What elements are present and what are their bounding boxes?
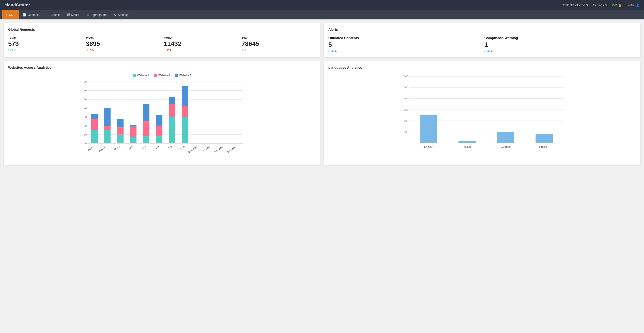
top-bar-right: ContentlessDemo ✎ Settings ✎ IAM 🔒 Profi… bbox=[562, 4, 640, 7]
legend-website2: Website 2 bbox=[154, 74, 170, 77]
compliance-details-link[interactable]: Details... bbox=[484, 50, 496, 53]
svg-rect-27 bbox=[130, 125, 136, 127]
svg-text:May: May bbox=[142, 145, 147, 150]
project-link[interactable]: ContentlessDemo ✎ bbox=[562, 4, 589, 7]
outdated-contents-value: 5 bbox=[328, 41, 480, 48]
svg-text:February: February bbox=[98, 145, 108, 152]
settings-icon: ✎ bbox=[605, 4, 608, 7]
svg-rect-30 bbox=[143, 104, 150, 121]
metrics-grid: Today 573 12% ↑ Week 3895 -0.7% ↓ Month … bbox=[8, 36, 316, 52]
svg-rect-69 bbox=[497, 132, 514, 143]
svg-rect-34 bbox=[169, 117, 175, 144]
svg-rect-24 bbox=[117, 119, 124, 128]
svg-rect-18 bbox=[91, 114, 98, 118]
nav-item-settings[interactable]: ⚙ Settings bbox=[110, 10, 132, 20]
top-bar: cloudCrafter ContentlessDemo ✎ Settings … bbox=[0, 0, 644, 10]
arrow-down-month-icon: -8.2% ↓ bbox=[164, 48, 174, 52]
iam-link[interactable]: IAM 🔒 bbox=[612, 4, 622, 7]
svg-rect-67 bbox=[420, 115, 438, 143]
svg-text:April: April bbox=[128, 145, 134, 150]
svg-text:December: December bbox=[227, 145, 237, 154]
alert-compliance: Compliance Warning 1 Details... bbox=[484, 36, 636, 53]
nav-settings-icon: ⚙ bbox=[114, 13, 116, 16]
legend-color-website3 bbox=[175, 74, 178, 77]
languages-bar-chart: 0100200300400500600EnglishItalianGermanR… bbox=[328, 74, 636, 155]
lock-icon: 🔒 bbox=[618, 4, 622, 7]
nav-item-casino[interactable]: ⊞ Casino bbox=[43, 10, 63, 20]
nav-label-settings: Settings bbox=[118, 13, 128, 16]
compliance-warning-value: 1 bbox=[484, 41, 636, 48]
edit-icon: ✎ bbox=[586, 4, 589, 7]
svg-rect-32 bbox=[156, 126, 162, 136]
legend-color-website2 bbox=[154, 74, 157, 77]
nav-label-cms: CMS bbox=[9, 13, 16, 16]
svg-text:August: August bbox=[178, 145, 185, 151]
compliance-warning-label: Compliance Warning bbox=[484, 36, 636, 40]
svg-rect-20 bbox=[104, 126, 111, 130]
svg-text:English: English bbox=[424, 145, 433, 148]
legend-website1: Website 1 bbox=[133, 74, 149, 77]
alerts-grid: Outdated Contents 5 Details... Complianc… bbox=[328, 36, 636, 53]
outdated-details-link[interactable]: Details... bbox=[328, 50, 340, 53]
app-logo: cloudCrafter bbox=[4, 3, 30, 8]
nav-label-aggregators: Aggregators bbox=[90, 13, 107, 16]
metric-year-change: N/A bbox=[242, 48, 316, 52]
project-name: ContentlessDemo bbox=[562, 4, 585, 7]
svg-rect-33 bbox=[156, 115, 162, 126]
settings-label: Settings bbox=[593, 4, 604, 7]
svg-text:0: 0 bbox=[86, 142, 87, 145]
svg-rect-26 bbox=[130, 127, 136, 137]
svg-text:500: 500 bbox=[404, 86, 408, 89]
settings-link[interactable]: Settings ✎ bbox=[593, 4, 608, 7]
svg-text:400: 400 bbox=[404, 97, 408, 100]
legend-label-website1: Website 1 bbox=[137, 74, 149, 77]
metric-today: Today 573 12% ↑ bbox=[8, 36, 82, 52]
na-text: N/A bbox=[242, 48, 246, 52]
svg-text:60: 60 bbox=[84, 89, 87, 92]
metric-month-label: Month bbox=[164, 36, 238, 39]
alerts-title: Alerts bbox=[328, 28, 636, 32]
metric-week: Week 3895 -0.7% ↓ bbox=[86, 36, 160, 52]
svg-text:January: January bbox=[86, 145, 95, 152]
svg-text:October: October bbox=[203, 145, 211, 152]
nav-label-media: Media bbox=[71, 13, 79, 16]
svg-rect-39 bbox=[182, 86, 188, 106]
svg-rect-31 bbox=[156, 136, 162, 143]
svg-text:0: 0 bbox=[407, 142, 408, 144]
websites-bar-chart: 010203040506070JanuaryFebruaryMarchApril… bbox=[8, 79, 316, 161]
metric-week-change: -0.7% ↓ bbox=[86, 48, 160, 52]
languages-chart-container: 0100200300400500600EnglishItalianGermanR… bbox=[328, 74, 636, 155]
image-icon: 🖼 bbox=[67, 13, 70, 16]
svg-text:10: 10 bbox=[84, 133, 87, 136]
svg-text:September: September bbox=[187, 145, 198, 154]
legend-label-website3: Website 3 bbox=[179, 74, 191, 77]
svg-text:German: German bbox=[501, 145, 510, 148]
websites-chart-container: 010203040506070JanuaryFebruaryMarchApril… bbox=[8, 79, 316, 161]
nav-item-contents[interactable]: 📄 Contents bbox=[19, 10, 43, 20]
legend-label-website2: Website 2 bbox=[158, 74, 170, 77]
nav-item-cms[interactable]: ⌂ CMS bbox=[2, 10, 19, 20]
aggregators-icon: ☰ bbox=[86, 13, 89, 16]
profile-link[interactable]: Profile 👤 bbox=[626, 4, 640, 7]
global-requests-title: Global Requests bbox=[8, 28, 316, 32]
nav-item-aggregators[interactable]: ☰ Aggregators bbox=[83, 10, 110, 20]
arrow-up-icon: 12% ↑ bbox=[8, 48, 16, 52]
profile-label: Profile bbox=[626, 4, 635, 7]
svg-text:November: November bbox=[214, 145, 224, 154]
svg-text:300: 300 bbox=[404, 108, 408, 111]
svg-rect-16 bbox=[91, 130, 98, 143]
svg-text:Italian: Italian bbox=[464, 145, 471, 148]
metric-month-value: 11432 bbox=[164, 40, 238, 48]
nav-item-media[interactable]: 🖼 Media bbox=[63, 10, 83, 20]
svg-text:40: 40 bbox=[84, 107, 87, 110]
arrow-down-icon: -0.7% ↓ bbox=[86, 48, 96, 52]
nav-bar: ⌂ CMS 📄 Contents ⊞ Casino 🖼 Media ☰ Aggr… bbox=[0, 10, 644, 20]
metric-year-label: Year bbox=[242, 36, 316, 39]
alerts-card: Alerts Outdated Contents 5 Details... Co… bbox=[324, 23, 640, 58]
person-icon: 👤 bbox=[636, 4, 640, 7]
svg-rect-23 bbox=[117, 128, 124, 135]
metric-today-change: 12% ↑ bbox=[8, 48, 82, 52]
websites-analytics-title: Websites Access Analytics bbox=[8, 66, 316, 69]
svg-rect-25 bbox=[130, 137, 136, 143]
iam-label: IAM bbox=[612, 4, 617, 7]
